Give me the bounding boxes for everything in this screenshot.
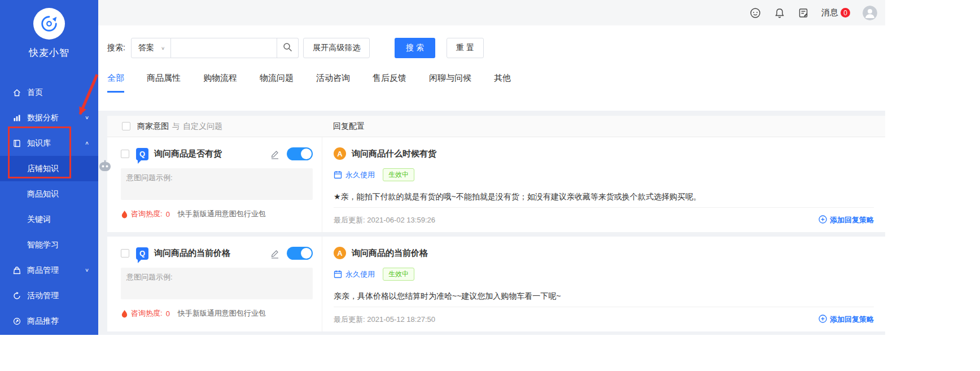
sidebar-item-data-analysis[interactable]: 数据分析 ∨	[0, 105, 98, 130]
tab-all[interactable]: 全部	[107, 73, 124, 93]
chevron-down-icon: ∨	[85, 267, 89, 273]
sidebar-item-knowledge-base[interactable]: 知识库 ∧	[0, 130, 98, 156]
reply-head: A 询问商品的当前价格	[334, 247, 874, 259]
message-count-badge: 0	[841, 8, 850, 18]
reply-content: ★亲，能拍下付款的就是有货的哦~不能拍就是没有货；如没有建议亲收藏等来货或换个款…	[334, 190, 874, 203]
row-checkbox[interactable]	[121, 249, 129, 257]
filter-panel: 搜索: 答案 ∨ 展开高级筛选 搜 索 重 置	[98, 25, 885, 111]
question-bubble-icon: Q	[136, 247, 148, 260]
sidebar-item-product-knowledge[interactable]: 商品知识	[0, 181, 98, 207]
main-area: 消息 0 搜索: 答案 ∨	[98, 0, 885, 335]
sidebar-item-activity-management[interactable]: 活动管理	[0, 283, 98, 308]
header-custom-label: 自定义问题	[183, 121, 222, 132]
last-updated-label: 最后更新:	[334, 315, 365, 324]
intent-example-box: 意图问题示例:	[121, 268, 313, 299]
intent-head: Q 询问商品的当前价格	[121, 247, 313, 260]
last-updated-time: 2021-06-02 13:59:26	[367, 216, 435, 224]
duration-label: 永久使用	[345, 170, 375, 180]
message-center-link[interactable]: 消息 0	[821, 7, 850, 18]
sidebar-item-label: 智能学习	[27, 240, 59, 250]
answer-circle-icon: A	[334, 147, 346, 160]
sidebar-item-label: 商品管理	[27, 265, 59, 276]
sidebar-item-label: 数据分析	[27, 113, 59, 123]
intent-footer: 咨询热度: 0 快手新版通用意图包行业包	[121, 209, 313, 219]
logo-icon	[33, 8, 65, 40]
toggle-knob	[301, 149, 312, 159]
search-icon-button[interactable]	[277, 38, 299, 58]
robot-helper-icon[interactable]	[98, 160, 112, 174]
sidebar-item-label: 店铺知识	[27, 164, 59, 174]
header-separator-label: 与	[172, 121, 180, 132]
sidebar-item-home[interactable]: 首页	[0, 80, 98, 105]
search-field-value: 答案	[138, 43, 154, 53]
home-icon	[12, 88, 21, 97]
sidebar-item-keywords[interactable]: 关键词	[0, 207, 98, 232]
reply-footer: 最后更新: 2021-06-02 13:59:26 添加回复策略	[334, 207, 874, 232]
select-all-checkbox[interactable]	[122, 122, 130, 130]
sidebar-item-label: 知识库	[27, 138, 51, 149]
search-button[interactable]: 搜 索	[395, 38, 435, 58]
sidebar-item-label: 首页	[27, 88, 43, 98]
reply-cell: A 询问商品什么时候有货 永久使用 生效中 ★亲，能拍下付款的就是有货的哦~不能…	[322, 137, 885, 232]
bell-icon[interactable]	[774, 7, 785, 19]
toggle-knob	[301, 248, 312, 259]
answer-circle-icon: A	[334, 247, 346, 259]
logo[interactable]: 快麦小智	[0, 0, 98, 59]
tab-activity[interactable]: 活动咨询	[316, 73, 350, 93]
knowledge-list: 商家意图 与 自定义问题 回复配置 Q 询问商品是否有货	[107, 116, 885, 331]
reply-title: 询问商品什么时候有货	[352, 149, 436, 159]
header-reply-config-label: 回复配置	[322, 121, 885, 132]
reset-button[interactable]: 重 置	[447, 38, 484, 58]
add-reply-strategy-link[interactable]: 添加回复策略	[819, 315, 874, 325]
search-compound: 答案 ∨	[131, 38, 299, 58]
sidebar-item-smart-learning[interactable]: 智能学习	[0, 232, 98, 257]
edit-pencil-icon[interactable]	[270, 248, 280, 259]
app-window: 快麦小智 首页 数据分析 ∨ 知识库 ∧	[0, 0, 885, 335]
chevron-up-icon: ∧	[85, 140, 89, 146]
example-label: 意图问题示例:	[126, 273, 173, 281]
enable-toggle[interactable]	[287, 247, 313, 260]
row-checkbox[interactable]	[121, 150, 129, 158]
heat-label: 咨询热度:	[131, 209, 163, 219]
intent-title: 询问商品是否有货	[154, 149, 222, 159]
tab-chitchat[interactable]: 闲聊与问候	[429, 73, 471, 93]
tab-shopping-flow[interactable]: 购物流程	[203, 73, 237, 93]
support-icon[interactable]	[749, 7, 762, 19]
tab-logistics[interactable]: 物流问题	[260, 73, 294, 93]
sidebar-item-label: 活动管理	[27, 291, 59, 301]
sidebar-item-label: 关键词	[27, 215, 51, 225]
duration-label: 永久使用	[345, 269, 375, 280]
logo-text: 快麦小智	[0, 46, 98, 59]
example-label: 意图问题示例:	[126, 173, 173, 182]
search-field-select[interactable]: 答案 ∨	[131, 38, 171, 58]
sidebar-item-product-recommend[interactable]: 商品推荐	[0, 308, 98, 334]
chevron-down-icon: ∨	[85, 115, 89, 120]
last-updated-label: 最后更新:	[334, 216, 365, 224]
list-header: 商家意图 与 自定义问题 回复配置	[107, 116, 885, 137]
tab-aftersale[interactable]: 售后反馈	[373, 73, 406, 93]
intent-title: 询问商品的当前价格	[154, 248, 230, 259]
flame-icon	[121, 309, 128, 318]
sidebar-item-shop-knowledge[interactable]: 店铺知识	[0, 156, 98, 181]
list-header-left: 商家意图 与 自定义问题	[107, 121, 322, 132]
plus-circle-icon	[819, 315, 827, 325]
avatar[interactable]	[863, 6, 877, 20]
tab-product-attributes[interactable]: 商品属性	[147, 73, 181, 93]
edit-pencil-icon[interactable]	[270, 149, 280, 159]
analytics-icon	[12, 114, 21, 123]
heat-value: 0	[166, 309, 170, 318]
search-icon	[283, 42, 292, 54]
search-row: 搜索: 答案 ∨ 展开高级筛选 搜 索 重 置	[107, 38, 876, 58]
reply-tags: 永久使用 生效中	[334, 168, 874, 181]
sidebar-item-product-management[interactable]: 商品管理 ∨	[0, 257, 98, 283]
expand-advanced-filter-button[interactable]: 展开高级筛选	[303, 38, 370, 58]
enable-toggle[interactable]	[287, 147, 313, 160]
tab-other[interactable]: 其他	[494, 73, 511, 93]
question-bubble-icon: Q	[136, 148, 148, 160]
edit-note-icon[interactable]	[798, 7, 809, 19]
reply-footer: 最后更新: 2021-05-12 18:27:50 添加回复策略	[334, 307, 874, 331]
search-input[interactable]	[171, 38, 277, 58]
message-label: 消息	[821, 7, 838, 18]
add-reply-strategy-link[interactable]: 添加回复策略	[819, 215, 874, 225]
intent-package-label: 快手新版通用意图包行业包	[178, 308, 266, 318]
